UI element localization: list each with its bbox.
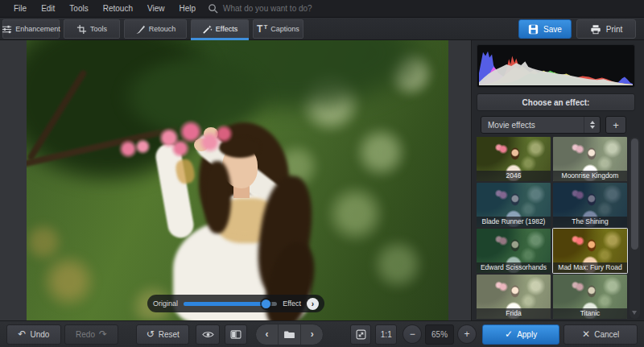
effect-name: 2046	[477, 171, 551, 181]
redo-label: Redo	[76, 330, 95, 339]
compare-slider-track[interactable]	[184, 302, 277, 306]
effect-thumb-mad-max-selected[interactable]: Mad Max: Fury Road	[553, 229, 627, 273]
actual-size-button[interactable]: 1:1	[375, 324, 397, 345]
effect-thumb-titanic[interactable]: Titanic	[553, 275, 627, 319]
fit-to-screen-button[interactable]	[350, 324, 371, 345]
effect-thumb-2046[interactable]: 2046	[477, 137, 551, 181]
next-photo-button[interactable]: ›	[300, 324, 323, 345]
effect-thumb-moonrise-kingdom[interactable]: Moonrise Kingdom	[553, 137, 627, 181]
effect-category-dropdown[interactable]: Movie effects	[481, 116, 601, 134]
zoom-level-display: 65%	[425, 324, 454, 345]
search-input[interactable]: What do you want to do?	[208, 3, 312, 14]
compare-slider-handle[interactable]	[262, 299, 270, 308]
menu-help[interactable]: Help	[171, 0, 203, 18]
bottom-toolbar: ↶ Undo Redo ↷ ↺ Reset ‹	[0, 320, 644, 347]
previous-photo-button[interactable]: ‹	[256, 324, 278, 345]
before-after-view-button[interactable]	[225, 324, 247, 345]
open-folder-button[interactable]	[278, 324, 300, 345]
menu-file[interactable]: File	[6, 0, 34, 18]
redo-icon: ↷	[99, 329, 107, 339]
tab-label: Enhancement	[15, 25, 60, 33]
split-view-icon	[230, 330, 242, 339]
apply-label: Apply	[517, 330, 537, 339]
show-original-button[interactable]	[196, 324, 220, 345]
photo-flowers	[114, 137, 155, 161]
tab-captions[interactable]: TT Captions	[253, 19, 303, 39]
brush-icon	[135, 24, 146, 35]
save-label: Save	[543, 25, 562, 34]
menu-view[interactable]: View	[140, 0, 172, 18]
scroll-down-icon[interactable]	[632, 311, 637, 315]
histogram-chart	[479, 47, 633, 85]
dropdown-spinner	[584, 117, 600, 133]
effects-scrollbar[interactable]	[630, 137, 640, 319]
effect-label: Effect	[283, 299, 301, 308]
tab-effects[interactable]: Effects	[191, 19, 249, 39]
floppy-icon	[528, 24, 539, 35]
tab-tools[interactable]: Tools	[64, 19, 120, 39]
cancel-button[interactable]: ✕ Cancel	[564, 324, 638, 345]
header-actions: Save Print	[518, 19, 636, 39]
spinner-up-icon[interactable]	[590, 121, 595, 124]
minus-icon: −	[410, 329, 415, 339]
zoom-out-button[interactable]: −	[402, 324, 422, 344]
redo-button[interactable]: Redo ↷	[64, 324, 119, 345]
apply-button[interactable]: ✓ Apply	[482, 324, 560, 345]
photo-editor-window: File Edit Tools Retouch View Help What d…	[0, 0, 644, 347]
save-button[interactable]: Save	[518, 19, 572, 39]
magic-wand-icon	[202, 24, 213, 35]
add-effect-button[interactable]: +	[605, 116, 626, 134]
effect-name: Titanic	[553, 308, 627, 319]
sliders-icon	[2, 24, 12, 35]
canvas-area: Original Effect ›	[0, 40, 471, 320]
cancel-label: Cancel	[594, 330, 619, 339]
next-effect-button[interactable]: ›	[307, 298, 319, 310]
tab-enhancement[interactable]: Enhancement	[2, 19, 60, 39]
folder-icon	[283, 330, 295, 339]
spinner-down-icon[interactable]	[590, 126, 595, 129]
histogram-panel	[477, 44, 635, 88]
menu-edit[interactable]: Edit	[34, 0, 62, 18]
tab-label: Effects	[216, 25, 237, 33]
effect-thumb-the-shining[interactable]: The Shining	[553, 183, 627, 227]
menu-retouch[interactable]: Retouch	[96, 0, 140, 18]
search-placeholder: What do you want to do?	[223, 4, 312, 13]
tool-tab-bar: Enhancement Tools Retouch Effects	[0, 18, 644, 40]
tab-retouch[interactable]: Retouch	[124, 19, 187, 39]
reset-button[interactable]: ↺ Reset	[136, 324, 189, 345]
search-icon	[208, 3, 218, 14]
effect-name: Edward Scissorhands	[477, 262, 551, 273]
effect-thumb-edward-scissorhands[interactable]: Edward Scissorhands	[477, 229, 551, 273]
before-after-slider: Original Effect ›	[147, 295, 324, 312]
printer-icon	[590, 24, 601, 35]
check-icon: ✓	[505, 329, 513, 339]
tab-label: Retouch	[149, 25, 176, 33]
scrollbar-thumb[interactable]	[631, 138, 638, 250]
menu-bar: File Edit Tools Retouch View Help What d…	[0, 0, 644, 18]
choose-effect-header: Choose an effect:	[477, 93, 635, 111]
print-label: Print	[606, 25, 623, 34]
crop-icon	[76, 24, 87, 35]
plus-icon: +	[464, 329, 469, 339]
reset-icon: ↺	[147, 329, 155, 339]
menu-tools[interactable]: Tools	[62, 0, 95, 18]
effect-thumb-frida[interactable]: Frida	[477, 275, 551, 319]
undo-icon: ↶	[18, 329, 26, 339]
fit-screen-icon	[356, 329, 366, 340]
ratio-label: 1:1	[381, 330, 392, 339]
undo-label: Undo	[30, 330, 49, 339]
effect-name: Moonrise Kingdom	[553, 171, 627, 181]
edited-photo	[27, 40, 448, 320]
effects-grid: 2046 Moonrise Kingdom Blade Runner (1982…	[477, 137, 628, 319]
effect-thumb-blade-runner[interactable]: Blade Runner (1982)	[477, 183, 551, 227]
close-icon: ✕	[582, 329, 590, 339]
tab-label: Captions	[270, 25, 299, 33]
dropdown-value: Movie effects	[488, 121, 535, 130]
undo-button[interactable]: ↶ Undo	[6, 324, 61, 345]
effect-name: Mad Max: Fury Road	[553, 262, 627, 273]
zoom-in-button[interactable]: +	[457, 324, 477, 344]
reset-label: Reset	[159, 330, 180, 339]
print-button[interactable]: Print	[576, 19, 636, 39]
effects-sidebar: Choose an effect: Movie effects + 2046 M…	[471, 40, 644, 320]
effect-name: The Shining	[553, 217, 627, 227]
